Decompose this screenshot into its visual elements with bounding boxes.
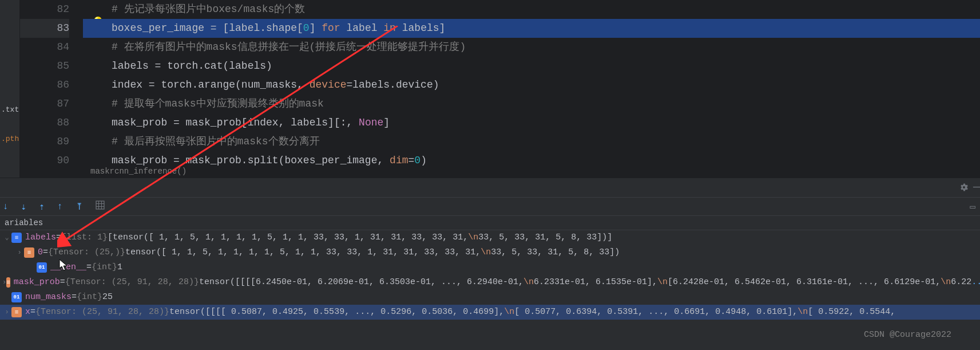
variable-value: tensor([ 1, 1, 5, 1, 1, 1, 1, 5, 1, 1, 3… [125, 246, 481, 259]
code-editor: .txt .pth 828384858687888990 💡 # 先记录每张图片… [0, 0, 980, 178]
debug-toolbar: ↓ ⇣ ⇡ ↑ ⤒ ▭ [0, 198, 980, 216]
variable-value: \n [468, 231, 478, 245]
svg-rect-0 [96, 201, 104, 209]
layout-icon[interactable]: ▭ [970, 201, 975, 213]
variable-type: {int} [77, 290, 102, 304]
code-line[interactable]: # 在将所有图片中的masks信息拼接在一起(拼接后统一处理能够提升并行度) [83, 38, 980, 57]
line-gutter: 828384858687888990 [20, 0, 83, 178]
variable-value: 1 [117, 261, 122, 274]
chevron-right-icon[interactable]: › [15, 246, 24, 259]
variable-name: __len__ [50, 261, 86, 274]
line-number[interactable]: 86 [20, 76, 69, 95]
code-line[interactable]: index = torch.arange(num_masks, device=l… [83, 76, 980, 95]
variable-value: 6.2331e-01, 6.1535e-01], [534, 276, 657, 289]
variables-panel: ⌄≡labels = {list: 1} [tensor([ 1, 1, 5, … [0, 230, 980, 320]
line-number[interactable]: 88 [20, 113, 69, 132]
run-to-cursor-icon[interactable]: ⤒ [76, 201, 83, 213]
line-number[interactable]: 83 [20, 19, 69, 38]
variables-tab[interactable]: ariables [0, 216, 980, 230]
code-line[interactable]: mask_prob = mask_prob.split(boxes_per_im… [83, 151, 980, 170]
variable-value: \n [657, 276, 668, 289]
variable-value: \n [481, 246, 491, 259]
file-tab-txt[interactable]: .txt [0, 103, 20, 116]
watermark-text: CSDN @Courage2022 [864, 330, 951, 340]
line-number[interactable]: 84 [20, 38, 69, 57]
variable-value: [6.2428e-01, 6.5462e-01, 6.3161e-01, ...… [668, 276, 941, 289]
variable-type: {list: 1} [61, 231, 108, 245]
code-line[interactable]: # 提取每个masks中对应预测最终类别的mask [83, 95, 980, 113]
variable-name: labels [25, 231, 56, 245]
line-number[interactable]: 82 [20, 0, 69, 19]
variable-type: {Tensor: (25,)} [48, 246, 125, 259]
variable-type-icon: 01 [37, 262, 47, 273]
chevron-right-icon[interactable]: › [2, 305, 11, 319]
variable-value: \n [504, 305, 514, 319]
variable-value: tensor([[[[ 0.5087, 0.4925, 0.5539, ...,… [169, 305, 504, 319]
variable-value: 6.22 [951, 276, 971, 289]
variable-name: num_masks [25, 290, 72, 304]
panel-separator: — [0, 178, 980, 198]
line-number[interactable]: 90 [20, 151, 69, 170]
variable-value: \n [523, 276, 534, 289]
variable-row[interactable]: ›≡0 = {Tensor: (25,)} tensor([ 1, 1, 5, … [0, 245, 980, 260]
gear-icon[interactable] [959, 183, 969, 195]
variable-row[interactable]: ›≡x = {Tensor: (25, 91, 28, 28)} tensor(… [0, 305, 980, 320]
evaluate-icon[interactable] [96, 200, 105, 213]
line-number[interactable]: 85 [20, 57, 69, 76]
step-into-icon[interactable]: ⇣ [21, 201, 27, 213]
variable-value: [ 0.5922, 0.5544, [808, 305, 895, 319]
variable-value: \n [941, 276, 951, 289]
variable-value: [tensor([ 1, 1, 5, 1, 1, 1, 1, 5, 1, 1, … [108, 231, 468, 245]
variable-row[interactable]: 01num_masks = {int} 25 [0, 290, 980, 305]
step-down-icon[interactable]: ↓ [3, 202, 9, 212]
variable-value: 33, 5, 33, 31, 5, 8, 33]) [491, 246, 620, 259]
variable-value: [ 0.5077, 0.6394, 0.5391, ..., 0.6691, 0… [514, 305, 798, 319]
variable-type-icon: ≡ [24, 247, 34, 258]
variable-value: 25 [102, 290, 113, 304]
variable-type: {int} [92, 261, 117, 274]
line-number[interactable]: 89 [20, 132, 69, 151]
code-line[interactable]: # 最后再按照每张图片中的masks个数分离开 [83, 132, 980, 151]
variable-value: \n [798, 305, 808, 319]
step-out-icon[interactable]: ⇡ [39, 201, 45, 213]
step-over-icon[interactable]: ↑ [57, 202, 63, 212]
variable-type: {Tensor: (25, 91, 28, 28)} [65, 276, 199, 289]
variable-value: 33, 5, 33, 31, 5, 8, 33])] [478, 231, 612, 245]
variable-type-icon: ≡ [6, 277, 10, 288]
variable-row[interactable]: 01__len__ = {int} 1 [0, 260, 980, 275]
chevron-right-icon[interactable]: › [2, 276, 6, 289]
breadcrumb[interactable]: maskrcnn_inference() [86, 165, 191, 178]
variable-type-icon: 01 [11, 292, 22, 302]
file-tab-pth[interactable]: .pth [0, 132, 20, 145]
chevron-down-icon[interactable]: ⌄ [2, 231, 11, 245]
variable-value: tensor([[[[6.2450e-01, 6.2069e-01, 6.350… [199, 276, 523, 289]
code-line[interactable]: # 先记录每张图片中boxes/masks的个数 [83, 0, 980, 19]
variable-name: x [25, 305, 30, 319]
code-line[interactable]: boxes_per_image = [label.shape[0] for la… [83, 19, 980, 38]
view-link[interactable]: ... View [971, 276, 980, 289]
variable-name: mask_prob [14, 276, 60, 289]
variable-type-icon: ≡ [11, 307, 22, 317]
variable-type-icon: ≡ [11, 233, 22, 243]
variable-type: {Tensor: (25, 91, 28, 28)} [35, 305, 169, 319]
line-number[interactable]: 87 [20, 95, 69, 113]
variable-row[interactable]: ⌄≡labels = {list: 1} [tensor([ 1, 1, 5, … [0, 230, 980, 245]
variable-name: 0 [38, 246, 43, 259]
code-line[interactable]: mask_prob = mask_prob[index, labels][:, … [83, 113, 980, 132]
file-tabs: .txt .pth [0, 103, 20, 145]
code-line[interactable]: labels = torch.cat(labels) [83, 57, 980, 76]
variable-row[interactable]: ›≡mask_prob = {Tensor: (25, 91, 28, 28)}… [0, 275, 980, 290]
code-content[interactable]: # 先记录每张图片中boxes/masks的个数boxes_per_image … [83, 0, 980, 178]
minimize-icon[interactable]: — [973, 180, 980, 194]
project-sidebar: .txt .pth [0, 0, 20, 178]
